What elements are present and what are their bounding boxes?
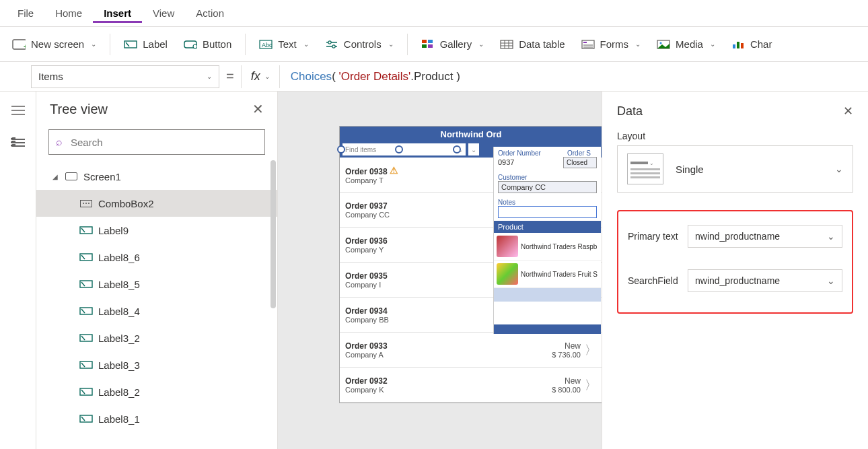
tree-search[interactable]: ⌕ xyxy=(48,129,265,155)
product-row[interactable]: Northwind Traders Raspb xyxy=(494,233,601,261)
text-button[interactable]: Abc Text ⌄ xyxy=(252,34,316,55)
tree-search-input[interactable] xyxy=(69,136,258,149)
canvas[interactable]: Northwind Ord Find items⌄ ⌄ Order 0938 ⚠… xyxy=(278,92,868,449)
scrollbar-thumb[interactable] xyxy=(270,160,276,308)
tree-item-label: Label8_3 xyxy=(98,359,140,371)
selection-handle[interactable] xyxy=(453,145,461,153)
svg-rect-20 xyxy=(741,43,744,48)
menu-insert[interactable]: Insert xyxy=(93,3,142,23)
tree-item-label8_2[interactable]: Label8_2 xyxy=(36,378,277,405)
label-icon xyxy=(79,386,93,397)
layout-thumbnail: ⌄ xyxy=(627,153,663,184)
gallery-button-label: Gallery xyxy=(440,38,472,50)
formula-bar: Items ⌄ = fx⌄ Choices( 'Order Details'.P… xyxy=(0,62,868,92)
svg-point-8 xyxy=(332,44,335,47)
label-button-label: Label xyxy=(143,38,168,50)
data-table-button[interactable]: Data table xyxy=(493,34,571,55)
order-id: Order 0933 xyxy=(345,341,534,351)
chevron-down-icon: ⌄ xyxy=(827,231,835,242)
product-image xyxy=(497,236,518,257)
formula-input[interactable]: Choices( 'Order Details'.Product ) xyxy=(291,69,460,83)
product-row-blank xyxy=(494,288,601,302)
svg-rect-15 xyxy=(583,42,587,43)
layout-selector[interactable]: ⌄ Single ⌄ xyxy=(617,145,853,193)
find-items-input[interactable]: Find items⌄ xyxy=(342,143,466,156)
tree-item-label9[interactable]: Label9 xyxy=(36,217,277,244)
tree-item-label3_2[interactable]: Label3_2 xyxy=(36,324,277,351)
svg-rect-2 xyxy=(124,41,137,48)
label-icon xyxy=(79,359,93,370)
svg-rect-25 xyxy=(80,335,92,341)
selection-handle[interactable] xyxy=(395,145,403,153)
tree-item-label: Label8_6 xyxy=(98,252,140,263)
label-icon xyxy=(79,413,93,424)
button-button[interactable]: Button xyxy=(177,34,238,55)
fx-button[interactable]: fx⌄ xyxy=(248,69,273,83)
menu-file[interactable]: File xyxy=(7,3,44,23)
svg-rect-12 xyxy=(428,44,433,48)
order-id: Order 0932 xyxy=(345,376,534,386)
tree-view-pane: Tree view ✕ ⌕ ◢ Screen1 ComboBox2Label9L… xyxy=(36,92,278,449)
primary-text-value: nwind_productname xyxy=(695,231,780,242)
hamburger-icon[interactable] xyxy=(10,104,26,117)
tree-item-combobox2[interactable]: ComboBox2 xyxy=(36,190,277,217)
gallery-icon xyxy=(421,38,435,50)
tree-item-label: Label8_5 xyxy=(98,279,140,290)
search-icon: ⌕ xyxy=(56,136,63,148)
close-icon[interactable]: ✕ xyxy=(252,101,264,117)
close-icon[interactable]: ✕ xyxy=(843,104,853,118)
chart-button-label: Char xyxy=(750,38,772,50)
tree-item-label8_5[interactable]: Label8_5 xyxy=(36,271,277,298)
tree-item-label8_4[interactable]: Label8_4 xyxy=(36,298,277,324)
primary-text-dropdown[interactable]: nwind_productname ⌄ xyxy=(688,225,842,248)
product-header: Product xyxy=(494,221,601,233)
chevron-right-icon: 〉 xyxy=(585,342,597,358)
detail-footer xyxy=(494,324,601,334)
menu-home[interactable]: Home xyxy=(44,3,93,23)
media-icon xyxy=(657,38,670,50)
tree-view-icon[interactable] xyxy=(10,136,26,149)
svg-rect-19 xyxy=(737,42,739,48)
controls-button[interactable]: Controls ⌄ xyxy=(318,34,400,55)
forms-button[interactable]: Forms ⌄ xyxy=(575,34,648,55)
property-selector[interactable]: Items ⌄ xyxy=(31,65,219,88)
order-customer: Company K xyxy=(345,386,534,394)
order-amount: $ 800.00 xyxy=(534,386,581,394)
search-field-dropdown[interactable]: nwind_productname ⌄ xyxy=(688,269,842,292)
label-button[interactable]: Label xyxy=(117,34,174,55)
menu-view[interactable]: View xyxy=(142,3,185,23)
data-table-icon xyxy=(500,38,513,50)
property-selector-value: Items xyxy=(38,71,63,82)
tree-item-screen1[interactable]: ◢ Screen1 xyxy=(36,163,277,190)
tree-item-label8_3[interactable]: Label8_3 xyxy=(36,351,277,378)
svg-rect-23 xyxy=(80,281,92,287)
svg-point-4 xyxy=(193,44,197,48)
chart-button[interactable]: Char xyxy=(725,34,779,55)
order-row[interactable]: Order 0932Company KNew$ 800.00〉 xyxy=(340,368,602,403)
media-button-label: Media xyxy=(676,38,703,50)
expand-icon[interactable]: ◢ xyxy=(52,173,59,180)
tree-item-label8_1[interactable]: Label8_1 xyxy=(36,405,277,432)
order-status-value[interactable]: Closed xyxy=(563,157,597,168)
svg-rect-11 xyxy=(422,44,427,48)
order-row[interactable]: Order 0933Company ANew$ 736.00〉 xyxy=(340,333,602,368)
notes-input[interactable] xyxy=(498,206,597,218)
button-button-label: Button xyxy=(203,38,231,50)
text-button-label: Text xyxy=(278,38,297,50)
highlighted-section: Primary text nwind_productname ⌄ SearchF… xyxy=(617,210,853,314)
product-row[interactable]: Northwind Traders Fruit S xyxy=(494,261,601,288)
chevron-down-icon: ⌄ xyxy=(207,73,212,80)
svg-rect-24 xyxy=(80,308,92,314)
tree-item-label: Label3_2 xyxy=(98,333,140,344)
customer-value[interactable]: Company CC xyxy=(498,181,597,193)
new-screen-button[interactable]: + New screen ⌄ xyxy=(5,34,103,55)
gallery-button[interactable]: Gallery ⌄ xyxy=(414,34,491,55)
selection-handle[interactable] xyxy=(337,145,345,153)
tree-item-label8_6[interactable]: Label8_6 xyxy=(36,244,277,271)
forms-button-label: Forms xyxy=(600,38,629,50)
menu-action[interactable]: Action xyxy=(185,3,235,23)
chevron-down-icon: ⌄ xyxy=(303,40,309,48)
order-status: New xyxy=(534,376,581,386)
dropdown-icon[interactable]: ⌄ xyxy=(468,143,479,156)
media-button[interactable]: Media ⌄ xyxy=(650,34,722,55)
